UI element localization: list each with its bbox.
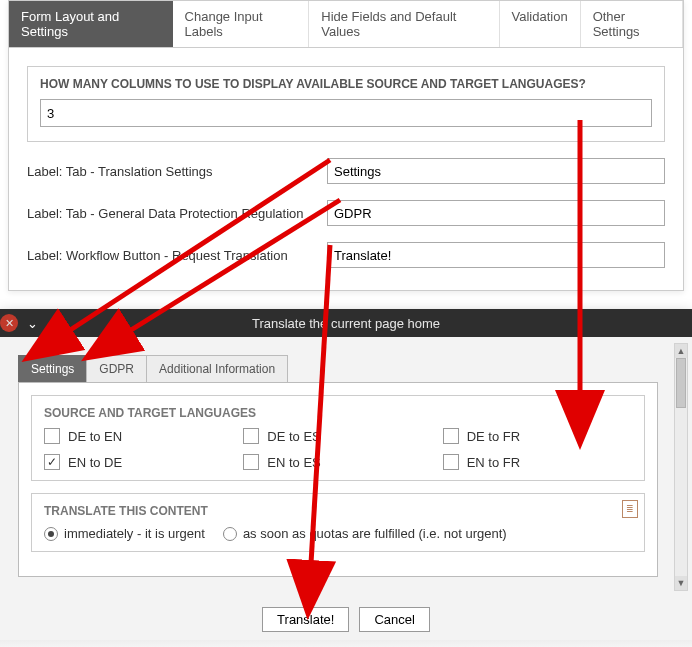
dialog-title: Translate the current page home: [0, 316, 692, 331]
checkbox-icon: [443, 428, 459, 444]
tab-gdpr[interactable]: GDPR: [86, 355, 147, 382]
dialog-panel: SOURCE AND TARGET LANGUAGES DE to EN DE …: [18, 382, 658, 577]
checkbox-label: DE to FR: [467, 429, 520, 444]
languages-box: SOURCE AND TARGET LANGUAGES DE to EN DE …: [31, 395, 645, 481]
checkbox-de-fr[interactable]: DE to FR: [443, 428, 632, 444]
checkbox-de-es[interactable]: DE to ES: [243, 428, 432, 444]
checkbox-label: EN to DE: [68, 455, 122, 470]
document-icon[interactable]: ≣: [622, 500, 638, 518]
dialog-header: ✕ ⌄ ⌃ Translate the current page home: [0, 309, 692, 337]
field-input-gdpr[interactable]: [327, 200, 665, 226]
tab-change-labels[interactable]: Change Input Labels: [173, 1, 310, 47]
translate-button[interactable]: Translate!: [262, 607, 349, 632]
radio-label: as soon as quotas are fulfilled (i.e. no…: [243, 526, 507, 541]
scroll-up-icon[interactable]: ▲: [675, 344, 687, 358]
checkbox-icon: ✓: [44, 454, 60, 470]
close-icon[interactable]: ✕: [0, 314, 18, 332]
footer-gradient: [0, 640, 692, 647]
checkbox-icon: [44, 428, 60, 444]
checkbox-icon: [243, 428, 259, 444]
scroll-thumb[interactable]: [676, 358, 686, 408]
languages-grid: DE to EN DE to ES DE to FR ✓EN to DE EN …: [44, 428, 632, 470]
radio-immediate[interactable]: immediately - it is urgent: [44, 526, 205, 541]
config-tabs: Form Layout and Settings Change Input La…: [9, 1, 683, 48]
field-tab-translation: Label: Tab - Translation Settings: [27, 158, 665, 184]
checkbox-icon: [243, 454, 259, 470]
radio-icon: [223, 527, 237, 541]
radio-label: immediately - it is urgent: [64, 526, 205, 541]
translate-dialog: ✕ ⌄ ⌃ Translate the current page home ▲ …: [0, 309, 692, 640]
checkbox-icon: [443, 454, 459, 470]
field-label: Label: Tab - Translation Settings: [27, 164, 327, 179]
tab-additional[interactable]: Additional Information: [146, 355, 288, 382]
scroll-down-icon[interactable]: ▼: [675, 576, 687, 590]
columns-section: HOW MANY COLUMNS TO USE TO DISPLAY AVAIL…: [27, 66, 665, 142]
content-box: ≣ TRANSLATE THIS CONTENT immediately - i…: [31, 493, 645, 552]
cancel-button[interactable]: Cancel: [359, 607, 429, 632]
config-panel: Form Layout and Settings Change Input La…: [8, 0, 684, 291]
field-input-settings[interactable]: [327, 158, 665, 184]
dialog-tabs: Settings GDPR Additional Information: [18, 355, 682, 382]
columns-input[interactable]: [40, 99, 652, 127]
checkbox-label: EN to FR: [467, 455, 520, 470]
field-input-translate[interactable]: [327, 242, 665, 268]
scrollbar[interactable]: ▲ ▼: [674, 343, 688, 591]
config-body: HOW MANY COLUMNS TO USE TO DISPLAY AVAIL…: [9, 48, 683, 290]
tab-hide-fields[interactable]: Hide Fields and Default Values: [309, 1, 499, 47]
field-workflow-button: Label: Workflow Button - Request Transla…: [27, 242, 665, 268]
tab-settings[interactable]: Settings: [18, 355, 87, 382]
tab-validation[interactable]: Validation: [500, 1, 581, 47]
checkbox-label: DE to EN: [68, 429, 122, 444]
tab-other[interactable]: Other Settings: [581, 1, 683, 47]
field-tab-gdpr: Label: Tab - General Data Protection Reg…: [27, 200, 665, 226]
languages-title: SOURCE AND TARGET LANGUAGES: [44, 406, 632, 420]
field-label: Label: Tab - General Data Protection Reg…: [27, 206, 327, 221]
chevron-down-icon[interactable]: ⌄: [21, 312, 43, 334]
dialog-buttons: Translate! Cancel: [0, 597, 692, 640]
checkbox-de-en[interactable]: DE to EN: [44, 428, 233, 444]
content-title: TRANSLATE THIS CONTENT: [44, 504, 632, 518]
checkbox-label: DE to ES: [267, 429, 320, 444]
checkbox-en-de[interactable]: ✓EN to DE: [44, 454, 233, 470]
columns-title: HOW MANY COLUMNS TO USE TO DISPLAY AVAIL…: [40, 77, 652, 91]
dialog-body: ▲ ▼ Settings GDPR Additional Information…: [0, 337, 692, 597]
urgency-radios: immediately - it is urgent as soon as qu…: [44, 526, 632, 541]
tab-form-layout[interactable]: Form Layout and Settings: [9, 1, 173, 47]
radio-icon: [44, 527, 58, 541]
checkbox-en-es[interactable]: EN to ES: [243, 454, 432, 470]
checkbox-label: EN to ES: [267, 455, 320, 470]
chevron-up-icon[interactable]: ⌃: [43, 312, 65, 334]
field-label: Label: Workflow Button - Request Transla…: [27, 248, 327, 263]
checkbox-en-fr[interactable]: EN to FR: [443, 454, 632, 470]
radio-quota[interactable]: as soon as quotas are fulfilled (i.e. no…: [223, 526, 507, 541]
